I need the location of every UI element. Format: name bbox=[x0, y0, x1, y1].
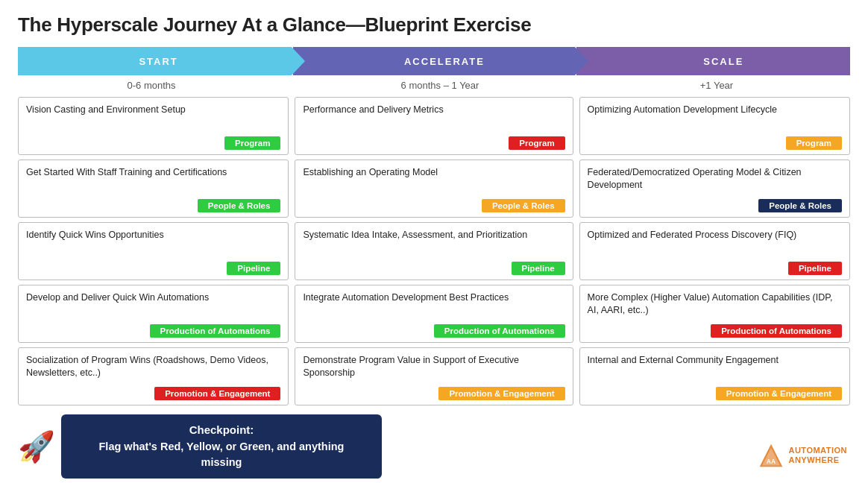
card-badge: Promotion & Engagement bbox=[154, 387, 280, 400]
card-title: Develop and Deliver Quick Win Automation… bbox=[26, 291, 280, 321]
card-badge: Promotion & Engagement bbox=[716, 387, 842, 400]
checkpoint-body: Flag what's Red, Yellow, or Green, and a… bbox=[84, 439, 359, 472]
card-accelerate-4: Demonstrate Program Value in Support of … bbox=[295, 347, 573, 405]
phase-accelerate-arrow: ACCELERATE bbox=[293, 47, 574, 75]
card-start-2: Identify Quick Wins OpportunitiesPipelin… bbox=[18, 222, 289, 280]
logo-line1: AUTOMATION bbox=[788, 446, 847, 455]
card-title: Integrate Automation Development Best Pr… bbox=[303, 291, 564, 321]
card-badge: Pipeline bbox=[788, 262, 842, 275]
card-badge: Production of Automations bbox=[711, 324, 842, 338]
card-accelerate-2: Systematic Idea Intake, Assessment, and … bbox=[295, 222, 573, 280]
card-title: Systematic Idea Intake, Assessment, and … bbox=[303, 229, 564, 258]
card-title: Identify Quick Wins Opportunities bbox=[26, 229, 280, 258]
card-badge: People & Roles bbox=[758, 199, 842, 212]
time-label-start: 0-6 months bbox=[18, 80, 285, 91]
card-title: Internal and External Community Engageme… bbox=[588, 354, 842, 383]
logo-text: AUTOMATION ANYWHERE bbox=[788, 446, 847, 465]
logo-area: AA AUTOMATION ANYWHERE bbox=[758, 443, 847, 468]
card-title: Federated/Democratized Operating Model &… bbox=[588, 166, 842, 195]
card-scale-4: Internal and External Community Engageme… bbox=[579, 347, 850, 405]
card-title: Optimized and Federated Process Discover… bbox=[588, 229, 842, 258]
rocket-icon: 🚀 bbox=[18, 429, 55, 464]
phase-col-accelerate: Performance and Delivery MetricsProgramE… bbox=[295, 97, 573, 405]
card-title: Demonstrate Program Value in Support of … bbox=[303, 354, 564, 383]
svg-text:AA: AA bbox=[767, 458, 776, 465]
checkpoint-box: Checkpoint: Flag what's Red, Yellow, or … bbox=[61, 414, 382, 479]
phase-scale-label: SCALE bbox=[703, 56, 743, 67]
phase-start-arrow: START bbox=[18, 47, 292, 75]
page-title: The Hyperscale Journey At a Glance—Bluep… bbox=[18, 13, 850, 37]
card-title: Establishing an Operating Model bbox=[303, 166, 564, 195]
card-title: More Complex (Higher Value) Automation C… bbox=[588, 291, 842, 321]
card-start-4: Socialization of Program Wins (Roadshows… bbox=[18, 347, 289, 405]
checkpoint-row: 🚀 Checkpoint: Flag what's Red, Yellow, o… bbox=[18, 414, 850, 479]
phase-banner: START ACCELERATE SCALE bbox=[18, 47, 850, 75]
card-title: Get Started With Staff Training and Cert… bbox=[26, 166, 280, 195]
logo-line2: ANYWHERE bbox=[788, 455, 847, 465]
card-badge: Production of Automations bbox=[150, 324, 281, 338]
card-scale-2: Optimized and Federated Process Discover… bbox=[579, 222, 850, 280]
card-badge: Pipeline bbox=[227, 262, 280, 275]
time-label-accelerate: 6 months – 1 Year bbox=[303, 80, 577, 91]
card-accelerate-1: Establishing an Operating ModelPeople & … bbox=[295, 160, 573, 218]
time-label-scale: +1 Year bbox=[583, 80, 850, 91]
card-badge: Program bbox=[509, 136, 564, 150]
card-badge: Promotion & Engagement bbox=[438, 387, 564, 400]
card-title: Optimizing Automation Development Lifecy… bbox=[588, 104, 842, 133]
card-title: Performance and Delivery Metrics bbox=[303, 104, 564, 133]
card-badge: People & Roles bbox=[482, 199, 565, 212]
card-start-3: Develop and Deliver Quick Win Automation… bbox=[18, 285, 289, 343]
card-accelerate-3: Integrate Automation Development Best Pr… bbox=[295, 285, 573, 343]
phase-col-scale: Optimizing Automation Development Lifecy… bbox=[579, 97, 850, 405]
phase-start-label: START bbox=[139, 56, 177, 67]
phase-accelerate-label: ACCELERATE bbox=[404, 56, 485, 67]
card-badge: Pipeline bbox=[512, 262, 565, 275]
card-start-0: Vision Casting and Environment SetupProg… bbox=[18, 97, 289, 155]
checkpoint-title: Checkpoint: bbox=[84, 422, 359, 439]
card-badge: People & Roles bbox=[198, 199, 281, 212]
card-scale-3: More Complex (Higher Value) Automation C… bbox=[579, 285, 850, 343]
phase-scale-arrow: SCALE bbox=[576, 47, 850, 75]
card-badge: Program bbox=[786, 136, 842, 150]
card-badge: Program bbox=[224, 136, 280, 150]
card-scale-1: Federated/Democratized Operating Model &… bbox=[579, 160, 850, 218]
card-accelerate-0: Performance and Delivery MetricsProgram bbox=[295, 97, 573, 155]
card-badge: Production of Automations bbox=[434, 324, 565, 338]
cards-grid: Vision Casting and Environment SetupProg… bbox=[18, 97, 850, 405]
card-title: Socialization of Program Wins (Roadshows… bbox=[26, 354, 280, 383]
card-start-1: Get Started With Staff Training and Cert… bbox=[18, 160, 289, 218]
logo-icon: AA bbox=[758, 443, 784, 468]
card-scale-0: Optimizing Automation Development Lifecy… bbox=[579, 97, 850, 155]
card-title: Vision Casting and Environment Setup bbox=[26, 104, 280, 133]
phase-col-start: Vision Casting and Environment SetupProg… bbox=[18, 97, 289, 405]
time-labels: 0-6 months 6 months – 1 Year +1 Year bbox=[18, 80, 850, 91]
